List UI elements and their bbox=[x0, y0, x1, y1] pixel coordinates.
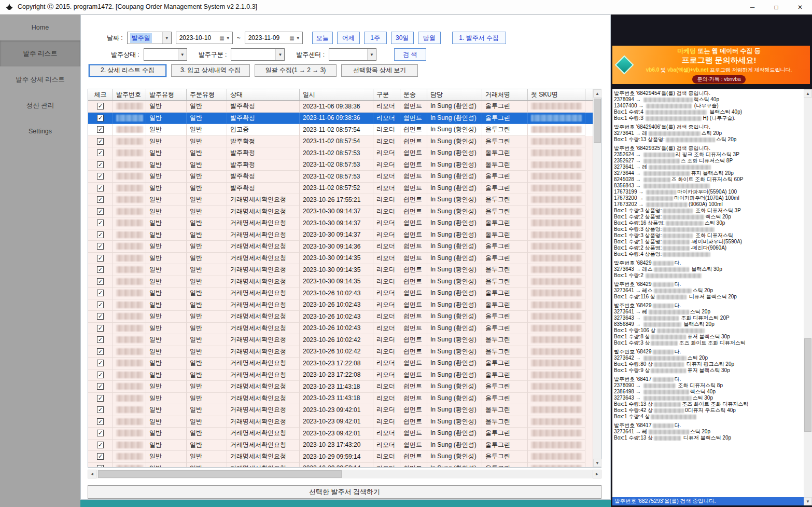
table-row[interactable]: 일반 일반 거래명세서확인요청 2023-10-26 17:55:21 리오더 … bbox=[88, 194, 593, 206]
row-checkbox-cell[interactable] bbox=[88, 217, 113, 229]
chevron-down-icon[interactable]: ▼ bbox=[162, 32, 171, 44]
row-checkbox-cell[interactable] bbox=[88, 346, 113, 358]
sidebar-item-order-detail-list[interactable]: 발주 상세 리스트 bbox=[0, 66, 80, 92]
minimize-button[interactable]: ─ bbox=[740, 0, 764, 15]
table-row[interactable]: 일반 일반 거래명세서확인요청 2023-10-26 10:02:42 리오더 … bbox=[88, 346, 593, 358]
quick-30days-button[interactable]: 30일 bbox=[391, 32, 414, 44]
row-checkbox-cell[interactable] bbox=[88, 451, 113, 463]
scroll-down-icon[interactable]: ▼ bbox=[804, 497, 812, 505]
date-type-combobox[interactable]: 발주일 ▼ bbox=[127, 32, 172, 44]
table-row[interactable]: 일반 일반 거래명세서확인요청 2023-10-23 17:22:08 리오더 … bbox=[88, 369, 593, 381]
checkbox-checked-icon[interactable] bbox=[97, 220, 104, 226]
column-header-order-no[interactable]: 발주번호 bbox=[113, 89, 146, 100]
row-checkbox-cell[interactable] bbox=[88, 440, 113, 451]
checkbox-checked-icon[interactable] bbox=[97, 442, 104, 448]
checkbox-checked-icon[interactable] bbox=[97, 173, 104, 180]
checkbox-checked-icon[interactable] bbox=[97, 185, 104, 191]
column-header-vendor[interactable]: 거래처명 bbox=[482, 89, 528, 100]
collect-orders-button[interactable]: 1. 발주서 수집 bbox=[452, 32, 506, 44]
sidebar-item-settings[interactable]: Settings bbox=[0, 118, 80, 144]
quick-today-button[interactable]: 오늘 bbox=[312, 32, 333, 44]
scroll-right-icon[interactable]: ► bbox=[593, 470, 601, 478]
scrollbar-thumb[interactable] bbox=[594, 99, 601, 143]
table-row[interactable]: 일반 일반 거래명세서확인요청 2023-10-30 09:14:35 리오더 … bbox=[88, 276, 593, 288]
table-row[interactable]: 일반 일반 거래명세서확인요청 2023-10-23 17:22:08 리오더 … bbox=[88, 358, 593, 369]
scrollbar-thumb[interactable] bbox=[98, 470, 342, 478]
table-row[interactable]: 일반 일반 발주확정 2023-11-02 08:57:52 리오더 쉽먼트 I… bbox=[88, 183, 593, 195]
checkbox-checked-icon[interactable] bbox=[97, 149, 104, 156]
order-gubun-combobox[interactable]: ▼ bbox=[231, 48, 285, 61]
checkbox-checked-icon[interactable] bbox=[97, 406, 104, 413]
row-checkbox-cell[interactable] bbox=[88, 287, 113, 299]
table-row[interactable]: 일반 일반 거래명세서확인요청 2023-10-26 10:02:43 리오더 … bbox=[88, 311, 593, 323]
column-header-datetime[interactable]: 일시 bbox=[300, 89, 373, 100]
table-row[interactable]: 일반 일반 발주확정 2023-11-02 08:57:54 리오더 쉽먼트 I… bbox=[88, 136, 593, 148]
table-row[interactable]: 일반 일반 거래명세서확인요청 2023-10-23 09:42:01 리오더 … bbox=[88, 404, 593, 416]
collect-inbound-detail-button[interactable]: 3. 입고 상세내역 수집 bbox=[171, 64, 250, 77]
row-checkbox-cell[interactable] bbox=[88, 428, 113, 440]
row-checkbox-cell[interactable] bbox=[88, 124, 113, 136]
column-header-order-type[interactable]: 발주유형 bbox=[146, 89, 187, 100]
table-row[interactable]: 일반 일반 거래명세서확인요청 2023-10-23 17:43:20 리오더 … bbox=[88, 440, 593, 451]
row-checkbox-cell[interactable] bbox=[88, 229, 113, 241]
row-checkbox-cell[interactable] bbox=[88, 334, 113, 346]
table-row[interactable]: 일반 일반 거래명세서확인요청 2023-10-30 09:14:36 리오더 … bbox=[88, 241, 593, 253]
checkbox-checked-icon[interactable] bbox=[97, 231, 104, 238]
column-header-status[interactable]: 상태 bbox=[227, 89, 300, 100]
chevron-down-icon[interactable]: ▼ bbox=[275, 49, 284, 60]
table-row[interactable]: 일반 일반 거래명세서확인요청 2023-10-23 09:42:01 리오더 … bbox=[88, 428, 593, 440]
table-row[interactable]: 일반 일반 거래명세서확인요청 2023-10-29 09:59:14 리오더 … bbox=[88, 451, 593, 463]
view-selected-detail-button[interactable]: 선택항목 상세 보기 bbox=[341, 64, 418, 77]
column-header-manager[interactable]: 담당 bbox=[427, 89, 482, 100]
ad-banner[interactable]: 마케팅 또는 웹 데이터 수집 등 프로그램 문의하세요! vb6.0 및 vb… bbox=[612, 46, 810, 84]
row-checkbox-cell[interactable] bbox=[88, 381, 113, 393]
row-checkbox-cell[interactable] bbox=[88, 147, 113, 159]
chevron-down-icon[interactable]: ▼ bbox=[226, 36, 230, 40]
row-checkbox-cell[interactable] bbox=[88, 299, 113, 311]
row-checkbox-cell[interactable] bbox=[88, 264, 113, 276]
checkbox-checked-icon[interactable] bbox=[97, 430, 104, 436]
chevron-down-icon[interactable]: ▼ bbox=[296, 36, 300, 40]
checkbox-checked-icon[interactable] bbox=[97, 290, 104, 296]
checkbox-checked-icon[interactable] bbox=[97, 266, 104, 273]
batch-collect-button[interactable]: 일괄 수집(1 → 2 → 3) bbox=[255, 64, 337, 77]
row-checkbox-cell[interactable] bbox=[88, 463, 113, 468]
checkbox-checked-icon[interactable] bbox=[97, 103, 104, 109]
table-vertical-scrollbar[interactable]: ▲ ▼ bbox=[593, 89, 601, 467]
table-row[interactable]: 일반 일반 발주확정 2023-11-02 08:57:53 리오더 쉽먼트 I… bbox=[88, 171, 593, 183]
checkbox-checked-icon[interactable] bbox=[97, 243, 104, 250]
quick-this-month-button[interactable]: 당월 bbox=[418, 32, 441, 44]
checkbox-checked-icon[interactable] bbox=[97, 126, 104, 133]
checkbox-checked-icon[interactable] bbox=[97, 161, 104, 168]
checkbox-checked-icon[interactable] bbox=[97, 418, 104, 425]
table-row[interactable]: 일반 일반 발주확정 2023-11-06 09:38:36 리오더 쉽먼트 I… bbox=[88, 113, 593, 125]
date-from-picker[interactable]: 2023-10-10 ▦ ▼ bbox=[176, 32, 233, 44]
table-row[interactable]: 일반 일반 거래명세서확인요청 2023-10-26 10:02:42 리오더 … bbox=[88, 334, 593, 346]
table-row[interactable]: 일반 일반 발주확정 2023-11-06 09:38:36 리오더 쉽먼트 I… bbox=[88, 101, 593, 113]
row-checkbox-cell[interactable] bbox=[88, 323, 113, 335]
sidebar-item-settlement[interactable]: 정산 관리 bbox=[0, 92, 80, 118]
row-checkbox-cell[interactable] bbox=[88, 171, 113, 183]
checkbox-checked-icon[interactable] bbox=[97, 208, 104, 215]
column-header-transport[interactable]: 운송 bbox=[400, 89, 427, 100]
table-row[interactable]: 일반 일반 거래명세서확인요청 2023-10-23 11:43:18 리오더 … bbox=[88, 381, 593, 393]
maximize-button[interactable]: □ bbox=[764, 0, 788, 15]
column-header-first-sku[interactable]: 첫 SKU명 bbox=[528, 89, 585, 100]
collect-detail-list-button[interactable]: 2. 상세 리스트 수집 bbox=[89, 64, 166, 77]
row-checkbox-cell[interactable] bbox=[88, 183, 113, 195]
table-horizontal-scrollbar[interactable]: ◄ ► bbox=[88, 470, 601, 478]
row-checkbox-cell[interactable] bbox=[88, 241, 113, 253]
table-row[interactable]: 일반 일반 입고중 2023-11-02 08:57:54 리오더 쉽먼트 In… bbox=[88, 124, 593, 136]
log-vertical-scrollbar[interactable]: ▲ ▼ bbox=[804, 89, 812, 505]
row-checkbox-cell[interactable] bbox=[88, 136, 113, 148]
checkbox-checked-icon[interactable] bbox=[97, 395, 104, 402]
checkbox-checked-icon[interactable] bbox=[97, 115, 104, 121]
row-checkbox-cell[interactable] bbox=[88, 404, 113, 416]
row-checkbox-cell[interactable] bbox=[88, 358, 113, 369]
column-header-order-kind[interactable]: 주문유형 bbox=[187, 89, 227, 100]
table-row[interactable]: 일반 일반 거래명세서확인요청 2023-10-26 10:02:43 리오더 … bbox=[88, 287, 593, 299]
chevron-down-icon[interactable]: ▼ bbox=[178, 49, 187, 60]
scrollbar-thumb[interactable] bbox=[804, 338, 811, 432]
row-checkbox-cell[interactable] bbox=[88, 159, 113, 171]
table-row[interactable]: 일반 일반 거래명세서확인요청 2023-10-30 09:14:37 리오더 … bbox=[88, 217, 593, 229]
